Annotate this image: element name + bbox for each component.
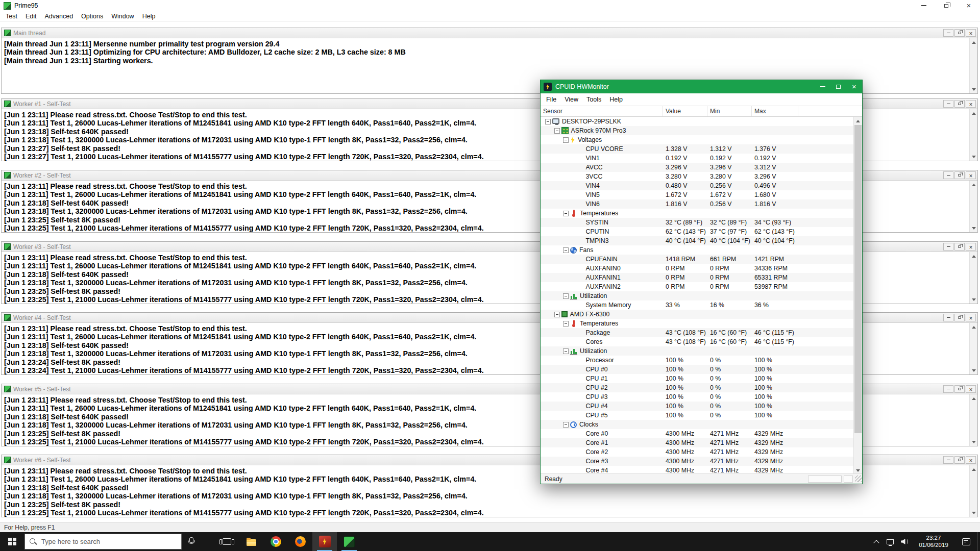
- close-button[interactable]: [966, 314, 976, 321]
- sensor-row[interactable]: AMD FX-6300: [541, 310, 862, 319]
- sensor-row[interactable]: System Memory 33 % 16 % 36 %: [541, 300, 862, 310]
- sensor-row[interactable]: Utilization: [541, 291, 862, 300]
- network-tray-button[interactable]: [883, 532, 897, 551]
- minimize-button[interactable]: [913, 0, 935, 11]
- tree-expand-toggle[interactable]: [554, 312, 560, 317]
- cortana-mic-button[interactable]: [182, 532, 200, 551]
- sensor-row[interactable]: 3VCC 3.280 V 3.280 V 3.296 V: [541, 172, 862, 181]
- sensor-row[interactable]: VIN1 0.192 V 0.192 V 0.192 V: [541, 154, 862, 163]
- sensor-row[interactable]: TMPIN3 40 °C (104 °F) 40 °C (104 °F) 40 …: [541, 236, 862, 245]
- menu-item-advanced[interactable]: Advanced: [40, 11, 77, 22]
- column-header-max[interactable]: Max: [752, 106, 798, 116]
- sensor-row[interactable]: Voltages: [541, 135, 862, 144]
- restore-button[interactable]: [954, 29, 965, 37]
- action-center-button[interactable]: [955, 532, 977, 551]
- sensor-row[interactable]: Temperatures: [541, 319, 862, 328]
- sensor-row[interactable]: AUXFANIN1 0 RPM 0 RPM 65331 RPM: [541, 273, 862, 282]
- column-header-value[interactable]: Value: [663, 106, 707, 116]
- tree-expand-toggle[interactable]: [563, 422, 569, 428]
- sensor-row[interactable]: AVCC 3.296 V 3.296 V 3.312 V: [541, 163, 862, 172]
- sensor-row[interactable]: Utilization: [541, 346, 862, 356]
- task-view-button[interactable]: [214, 532, 239, 551]
- sensor-row[interactable]: AUXFANIN2 0 RPM 0 RPM 53987 RPM: [541, 282, 862, 291]
- scroll-up-icon[interactable]: [970, 466, 977, 473]
- close-button[interactable]: [966, 456, 976, 464]
- scroll-down-icon[interactable]: [970, 438, 977, 445]
- sensor-row[interactable]: CPU #3 100 % 0 % 100 %: [541, 392, 862, 402]
- minimize-button[interactable]: [943, 243, 953, 251]
- restore-button[interactable]: [954, 243, 965, 251]
- close-button[interactable]: [966, 385, 976, 393]
- sensor-row[interactable]: Core #2 4300 MHz 4271 MHz 4329 MHz: [541, 447, 862, 457]
- menu-item-window[interactable]: Window: [107, 11, 138, 22]
- sensor-row[interactable]: AUXFANIN0 0 RPM 0 RPM 34336 RPM: [541, 264, 862, 273]
- scroll-down-icon[interactable]: [970, 153, 977, 160]
- scroll-down-icon[interactable]: [970, 367, 977, 374]
- tree-expand-toggle[interactable]: [563, 247, 569, 253]
- close-button[interactable]: [966, 171, 976, 179]
- minimize-button[interactable]: [943, 171, 953, 179]
- search-input[interactable]: Type here to search: [24, 534, 182, 549]
- sensor-row[interactable]: Clocks: [541, 420, 862, 429]
- scroll-up-icon[interactable]: [970, 110, 977, 117]
- tree-expand-toggle[interactable]: [554, 128, 560, 134]
- sensor-row[interactable]: Core #0 4300 MHz 4271 MHz 4329 MHz: [541, 429, 862, 438]
- minimize-button[interactable]: [815, 80, 830, 93]
- close-button[interactable]: [966, 100, 976, 108]
- main-thread-titlebar[interactable]: Main thread: [2, 28, 977, 38]
- restore-button[interactable]: [954, 385, 965, 393]
- show-desktop-button[interactable]: [977, 532, 980, 551]
- tree-expand-toggle[interactable]: [563, 137, 569, 143]
- close-button[interactable]: [966, 243, 976, 251]
- tree-expand-toggle[interactable]: [563, 321, 569, 327]
- minimize-button[interactable]: [943, 456, 953, 464]
- clock[interactable]: 23:27 01/06/2019: [912, 532, 955, 551]
- file-explorer-button[interactable]: [239, 532, 263, 551]
- minimize-button[interactable]: [943, 314, 953, 321]
- tree-expand-toggle[interactable]: [545, 119, 551, 124]
- chrome-button[interactable]: [263, 532, 288, 551]
- worker-scrollbar[interactable]: [969, 323, 977, 374]
- restore-button[interactable]: [954, 100, 965, 108]
- resize-grip[interactable]: [855, 475, 862, 482]
- sensor-row[interactable]: Cores 43 °C (108 °F) 16 °C (60 °F) 46 °C…: [541, 337, 862, 346]
- column-header-sensor[interactable]: Sensor: [541, 106, 663, 116]
- minimize-button[interactable]: [943, 385, 953, 393]
- scroll-up-icon[interactable]: [854, 117, 862, 124]
- sensor-row[interactable]: VIN6 1.816 V 0.256 V 1.816 V: [541, 199, 862, 209]
- sensor-row[interactable]: CPUFANIN 1418 RPM 661 RPM 1421 RPM: [541, 255, 862, 264]
- hwmonitor-titlebar[interactable]: CPUID HWMonitor: [541, 80, 862, 93]
- restore-button[interactable]: [954, 171, 965, 179]
- maximize-button[interactable]: [830, 80, 846, 93]
- sensor-row[interactable]: SYSTIN 32 °C (89 °F) 32 °C (89 °F) 34 °C…: [541, 218, 862, 227]
- hwmonitor-taskbar-button[interactable]: [312, 532, 337, 551]
- tree-expand-toggle[interactable]: [563, 211, 569, 216]
- sensor-row[interactable]: CPU VCORE 1.328 V 1.312 V 1.376 V: [541, 144, 862, 154]
- show-hidden-icons-button[interactable]: [870, 532, 883, 551]
- prime95-taskbar-button[interactable]: [337, 532, 361, 551]
- scrollbar-thumb[interactable]: [854, 125, 862, 433]
- restore-button[interactable]: [935, 0, 958, 11]
- sensor-row[interactable]: ASRock 970M Pro3: [541, 126, 862, 135]
- scroll-up-icon[interactable]: [970, 395, 977, 402]
- tree-expand-toggle[interactable]: [563, 293, 569, 299]
- hw-menu-item-view[interactable]: View: [560, 93, 582, 106]
- sensor-row[interactable]: DESKTOP-29PSLKK: [541, 117, 862, 126]
- sensor-row[interactable]: Core #1 4300 MHz 4271 MHz 4329 MHz: [541, 438, 862, 447]
- sensor-row[interactable]: CPUTIN 62 °C (143 °F) 37 °C (97 °F) 62 °…: [541, 227, 862, 236]
- sensor-row[interactable]: VIN5 1.672 V 1.672 V 1.680 V: [541, 190, 862, 199]
- worker-scrollbar[interactable]: [969, 394, 977, 446]
- scroll-down-icon[interactable]: [970, 86, 977, 93]
- sensor-row[interactable]: CPU #2 100 % 0 % 100 %: [541, 383, 862, 392]
- scroll-down-icon[interactable]: [970, 509, 977, 516]
- hwmonitor-scrollbar[interactable]: [853, 117, 862, 474]
- prime95-titlebar[interactable]: Prime95: [0, 0, 980, 11]
- column-header-min[interactable]: Min: [707, 106, 752, 116]
- menu-item-test[interactable]: Test: [2, 11, 21, 22]
- scroll-down-icon[interactable]: [970, 296, 977, 303]
- sensor-row[interactable]: CPU #5 100 % 0 % 100 %: [541, 411, 862, 420]
- hw-menu-item-help[interactable]: Help: [605, 93, 627, 106]
- restore-button[interactable]: [954, 456, 965, 464]
- scroll-up-icon[interactable]: [970, 39, 977, 46]
- sensor-row[interactable]: Processor 100 % 0 % 100 %: [541, 356, 862, 365]
